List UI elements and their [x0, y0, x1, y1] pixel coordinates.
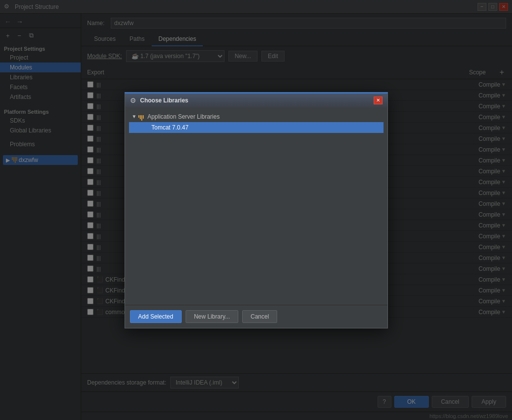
modal-title-bar: ⚙ Choose Libraries ✕ — [125, 94, 387, 107]
library-group-icon — [138, 113, 145, 121]
modal-cancel-button[interactable]: Cancel — [242, 310, 277, 323]
modal-icon: ⚙ — [130, 97, 136, 104]
library-item-icon — [143, 124, 150, 131]
choose-libraries-modal: ⚙ Choose Libraries ✕ ▼ — [125, 92, 388, 328]
tree-group-app-server: ▼ Application Server Libraries — [129, 111, 384, 133]
new-library-button[interactable]: New Library... — [186, 310, 238, 323]
tree-item-tomcat[interactable]: Tomcat 7.0.47 — [129, 122, 384, 133]
tree-item-label: Tomcat 7.0.47 — [152, 124, 189, 131]
modal-close-button[interactable]: ✕ — [374, 97, 383, 104]
modal-overlay: ⚙ Choose Libraries ✕ ▼ — [0, 0, 512, 420]
add-selected-button[interactable]: Add Selected — [130, 310, 182, 323]
library-tree: ▼ Application Server Libraries — [129, 111, 384, 133]
tree-group-label: Application Server Libraries — [147, 113, 220, 120]
tree-group-header[interactable]: ▼ Application Server Libraries — [129, 111, 384, 122]
tree-expand-icon: ▼ — [132, 114, 137, 119]
modal-title: Choose Libraries — [140, 97, 370, 104]
modal-footer: Add Selected New Library... Cancel — [125, 305, 387, 328]
modal-body: ▼ Application Server Libraries — [125, 107, 387, 305]
